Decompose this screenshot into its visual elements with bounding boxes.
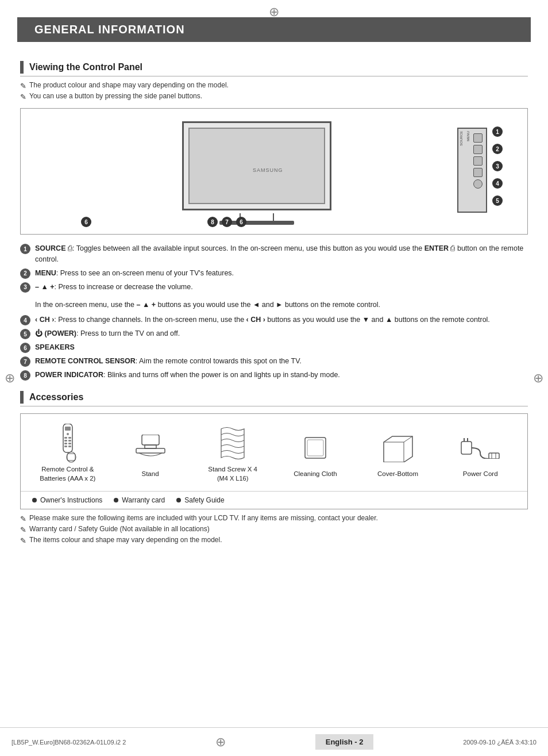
desc-text-1: SOURCE ⎙: Toggles between all the availa… (35, 243, 528, 265)
tv-screen-outer: SAMSUNG (182, 121, 331, 210)
note-2: ✎ You can use a button by pressing the s… (20, 92, 528, 101)
ch-btn[interactable] (473, 168, 483, 177)
accessories-section-title: Accessories (20, 391, 528, 406)
num-label-4: 4 (492, 178, 503, 189)
stand-label: Stand (141, 469, 159, 483)
desc-indent-3: In the on-screen menu, use the – ▲ + but… (35, 300, 528, 310)
menu-label-side: MENU (466, 131, 470, 141)
remote-label: Remote Control &Batteries (AAA x 2) (40, 465, 95, 488)
num-label-6-left: 6 (81, 217, 91, 227)
section-bar-2 (20, 391, 24, 404)
desc-list: 1 SOURCE ⎙: Toggles between all the avai… (20, 243, 528, 293)
desc-num-2: 2 (20, 268, 30, 279)
cover-icon (381, 429, 415, 466)
source-btn[interactable] (473, 133, 483, 143)
remote-icon (59, 424, 77, 462)
remote-svg (59, 424, 77, 463)
page-footer: [LB5P_W.Euro]BN68-02362A-01L09.i2 2 ⊕ En… (0, 727, 548, 756)
cloth-svg (300, 433, 330, 463)
viewing-panel-title: Viewing the Control Panel (29, 62, 142, 72)
num-label-2: 2 (492, 144, 503, 154)
svg-rect-5 (64, 440, 67, 442)
svg-rect-12 (67, 454, 75, 460)
bullet-2 (114, 498, 118, 502)
svg-point-2 (67, 433, 69, 435)
desc-item-2: 2 MENU: Press to see an on-screen menu o… (20, 268, 528, 279)
svg-rect-18 (461, 442, 472, 454)
svg-rect-8 (68, 443, 71, 444)
included-row: Owner's Instructions Warranty card Safet… (21, 492, 527, 509)
vol-btn-row (462, 156, 483, 166)
accessory-cloth: Cleaning Cloth (274, 429, 357, 483)
cover-svg (381, 433, 415, 462)
svg-rect-21 (489, 453, 499, 459)
included-warranty-label: Warranty card (122, 496, 165, 504)
stand-svg (133, 435, 168, 460)
desc-text-3: – ▲ +: Press to increase or decrease the… (35, 282, 528, 293)
desc-item-4: 4 ‹ CH ›: Press to change channels. In t… (20, 314, 528, 325)
main-content: Viewing the Control Panel ✎ The product … (0, 42, 548, 558)
num-label-5: 5 (492, 195, 503, 206)
svg-rect-4 (68, 437, 71, 439)
section-bar (20, 61, 24, 74)
accessory-cover: Cover-Bottom (357, 429, 439, 483)
screws-label: Stand Screw X 4(M4 X L16) (208, 465, 257, 488)
svg-rect-9 (64, 446, 67, 447)
acc-note-text-3: The items colour and shape may vary depe… (29, 536, 222, 544)
tv-illustration: SAMSUNG (176, 121, 372, 225)
desc-item-1: 1 SOURCE ⎙: Toggles between all the avai… (20, 243, 528, 265)
desc-text-6: SPEAKERS (35, 342, 528, 353)
cord-icon (460, 429, 500, 466)
accessories-items-row: Remote Control &Batteries (AAA x 2) Stan… (21, 414, 527, 491)
svg-rect-6 (68, 440, 71, 442)
cord-svg (460, 437, 500, 459)
desc-item-3: 3 – ▲ +: Press to increase or decrease t… (20, 282, 528, 293)
power-btn-row (462, 179, 483, 189)
accessories-box: Remote Control &Batteries (AAA x 2) Stan… (20, 413, 528, 509)
acc-note-text-2: Warranty card / Safety Guide (Not availa… (29, 525, 210, 533)
num-label-7: 7 (222, 217, 232, 227)
source-btn-row (462, 133, 483, 143)
desc-text-7: REMOTE CONTROL SENSOR: Aim the remote co… (35, 356, 528, 367)
svg-rect-3 (64, 437, 67, 439)
svg-rect-15 (136, 448, 165, 453)
footer-left: [LB5P_W.Euro]BN68-02362A-01L09.i2 2 (11, 739, 126, 746)
desc-text-2: MENU: Press to see an on-screen menu of … (35, 268, 528, 279)
svg-rect-10 (68, 446, 71, 447)
menu-btn[interactable] (473, 145, 483, 154)
desc-item-5: 5 ⏻ (POWER): Press to turn the TV on and… (20, 328, 528, 339)
bullet-1 (32, 498, 37, 502)
svg-rect-7 (64, 443, 67, 444)
acc-note-3: ✎ The items colour and shape may vary de… (20, 536, 528, 545)
side-panel: SOURCE MENU (457, 128, 487, 213)
note-icon-2: ✎ (20, 93, 26, 101)
crosshair-top: ⊕ (269, 5, 279, 20)
crosshair-left: ⊕ (5, 371, 15, 386)
accessory-cord: Power Cord (439, 429, 522, 483)
accessory-screws: Stand Screw X 4(M4 X L16) (191, 424, 274, 488)
power-btn[interactable] (473, 179, 483, 189)
acc-note-icon-1: ✎ (20, 515, 26, 523)
included-instructions-label: Owner's Instructions (40, 496, 102, 504)
desc-item-7: 7 REMOTE CONTROL SENSOR: Aim the remote … (20, 356, 528, 367)
vol-btn[interactable] (473, 156, 483, 166)
acc-note-text-1: Please make sure the following items are… (29, 514, 378, 522)
desc-num-7: 7 (20, 356, 30, 367)
tv-screen-inner (188, 128, 325, 204)
menu-btn-row (462, 145, 483, 154)
ch-btn-row (462, 168, 483, 177)
svg-rect-13 (142, 435, 159, 445)
acc-note-icon-3: ✎ (20, 536, 26, 545)
num-label-3: 3 (492, 161, 503, 171)
accessory-remote: Remote Control &Batteries (AAA x 2) (26, 424, 109, 488)
desc-text-8: POWER INDICATOR: Blinks and turns off wh… (35, 370, 528, 381)
accessories-title: Accessories (29, 392, 83, 402)
page-title: GENERAL INFORMATION (34, 23, 514, 36)
num-label-8: 8 (207, 217, 218, 227)
desc-num-6: 6 (20, 343, 30, 353)
bullet-3 (176, 498, 181, 502)
svg-rect-14 (145, 445, 156, 448)
num-label-1: 1 (492, 126, 503, 137)
desc-num-1: 1 (20, 244, 30, 254)
screws-icon (218, 424, 247, 462)
